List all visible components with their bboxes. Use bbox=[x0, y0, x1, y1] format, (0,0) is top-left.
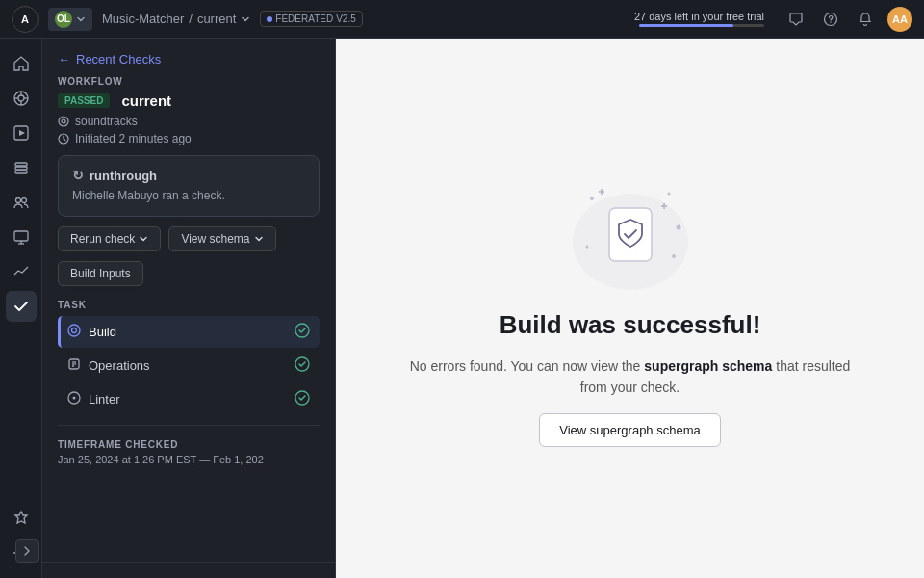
badge-dot bbox=[267, 16, 272, 22]
main-content-area: Build was successful! No errors found. Y… bbox=[336, 39, 924, 578]
svg-point-31 bbox=[73, 397, 76, 400]
subgraph-icon bbox=[58, 116, 69, 127]
chat-icon[interactable] bbox=[783, 7, 808, 32]
svg-point-19 bbox=[59, 117, 68, 126]
time-initiated: Initiated 2 minutes ago bbox=[75, 132, 192, 145]
chevron-down-icon-rerun bbox=[139, 234, 148, 244]
operations-task-icon bbox=[67, 357, 81, 374]
workflow-subgraph: soundtracks bbox=[58, 115, 320, 128]
svg-point-34 bbox=[590, 197, 594, 200]
trial-progress-fill bbox=[639, 24, 733, 27]
app-logo: A bbox=[12, 6, 38, 33]
svg-point-36 bbox=[676, 224, 680, 229]
help-icon[interactable] bbox=[818, 7, 843, 32]
task-item-build[interactable]: Build bbox=[58, 316, 320, 348]
success-illustration bbox=[553, 170, 707, 295]
linter-task-icon bbox=[67, 391, 81, 407]
sidebar-item-home[interactable] bbox=[6, 48, 37, 79]
svg-rect-43 bbox=[609, 208, 652, 261]
success-desc-link: supergraph schema bbox=[644, 358, 772, 374]
sidebar-icons bbox=[0, 39, 42, 578]
left-panel-header: ← Recent Checks bbox=[42, 39, 335, 76]
task-list: Build Operations bbox=[58, 316, 320, 415]
user-avatar[interactable]: AA bbox=[887, 7, 912, 32]
svg-rect-10 bbox=[15, 163, 27, 166]
breadcrumb-sep: / bbox=[189, 12, 192, 26]
sidebar-item-analytics[interactable] bbox=[6, 256, 37, 287]
topbar: A OL Music-Matcher / current FEDERATED V… bbox=[0, 0, 924, 39]
svg-marker-9 bbox=[19, 130, 25, 136]
main-layout: ← Recent Checks WORKFLOW PASSED current … bbox=[0, 39, 924, 578]
subgraph-name: soundtracks bbox=[75, 115, 138, 128]
task-label-linter: Linter bbox=[89, 392, 287, 407]
check-card-header: ↻ runthrough bbox=[72, 168, 305, 183]
sidebar-item-play[interactable] bbox=[6, 118, 37, 148]
svg-point-38 bbox=[672, 254, 676, 258]
svg-point-23 bbox=[72, 328, 77, 333]
chevron-down-icon-breadcrumb bbox=[241, 14, 250, 24]
svg-point-1 bbox=[830, 21, 831, 22]
view-supergraph-schema-button[interactable]: View supergraph schema bbox=[539, 413, 720, 447]
trial-info: 27 days left in your free trial bbox=[634, 11, 764, 27]
left-panel-content: WORKFLOW PASSED current soundtracks Init… bbox=[42, 76, 335, 562]
federation-badge: FEDERATED V2.5 bbox=[260, 11, 362, 27]
svg-point-13 bbox=[15, 198, 20, 203]
sidebar-item-launch[interactable] bbox=[6, 503, 37, 534]
task-item-linter[interactable]: Linter bbox=[58, 383, 320, 415]
status-badge: PASSED bbox=[58, 93, 110, 108]
svg-point-35 bbox=[667, 192, 670, 195]
success-desc-start: No errors found. You can now view the bbox=[410, 358, 645, 374]
trial-progress-bar bbox=[639, 24, 764, 27]
chevron-down-icon-schema bbox=[254, 234, 264, 244]
view-schema-dropdown-button[interactable]: View schema bbox=[168, 226, 275, 251]
build-task-icon bbox=[67, 324, 81, 340]
trial-text: 27 days left in your free trial bbox=[634, 11, 764, 22]
task-check-operations bbox=[295, 356, 310, 375]
task-section-label: TASK bbox=[58, 300, 320, 310]
back-arrow-icon: ← bbox=[58, 52, 70, 66]
breadcrumb-app: Music-Matcher bbox=[102, 12, 184, 26]
sidebar-item-team[interactable] bbox=[6, 187, 37, 218]
task-label-operations: Operations bbox=[89, 358, 287, 373]
sidebar-item-registry[interactable] bbox=[6, 152, 37, 183]
check-card-body: Michelle Mabuyo ran a check. bbox=[72, 187, 305, 204]
left-panel: ← Recent Checks WORKFLOW PASSED current … bbox=[42, 39, 336, 578]
build-inputs-button[interactable]: Build Inputs bbox=[58, 261, 143, 286]
workflow-section-label: WORKFLOW bbox=[58, 76, 320, 87]
success-description: No errors found. You can now view the su… bbox=[399, 355, 861, 399]
org-avatar: OL bbox=[55, 11, 72, 28]
timeframe-value: Jan 25, 2024 at 1:26 PM EST — Feb 1, 202 bbox=[58, 454, 320, 465]
timeframe-label: TIMEFRAME CHECKED bbox=[58, 439, 320, 450]
svg-rect-12 bbox=[15, 171, 27, 173]
svg-rect-11 bbox=[15, 167, 27, 170]
topbar-icons: AA bbox=[783, 7, 912, 32]
sidebar-item-checks[interactable] bbox=[6, 291, 37, 322]
svg-point-14 bbox=[21, 198, 26, 203]
runthrough-icon: ↻ bbox=[72, 168, 84, 183]
sidebar-item-monitor[interactable] bbox=[6, 222, 37, 252]
workflow-title: current bbox=[121, 92, 171, 109]
svg-point-20 bbox=[62, 119, 65, 123]
success-title: Build was successful! bbox=[500, 310, 761, 340]
breadcrumb-env[interactable]: current bbox=[197, 12, 236, 26]
task-check-linter bbox=[295, 390, 310, 408]
rerun-check-button[interactable]: Rerun check bbox=[58, 226, 161, 251]
org-selector[interactable]: OL bbox=[48, 8, 92, 31]
svg-point-22 bbox=[68, 325, 80, 336]
action-buttons: Rerun check View schema bbox=[58, 226, 320, 251]
collapse-panel-area bbox=[42, 562, 335, 578]
svg-point-37 bbox=[585, 245, 588, 248]
runthrough-label: runthrough bbox=[90, 169, 157, 183]
breadcrumb: Music-Matcher / current bbox=[102, 12, 250, 26]
task-label-build: Build bbox=[89, 325, 287, 339]
check-card: ↻ runthrough Michelle Mabuyo ran a check… bbox=[58, 155, 320, 217]
sidebar-item-graph[interactable] bbox=[6, 83, 37, 114]
timeframe-section: TIMEFRAME CHECKED Jan 25, 2024 at 1:26 P… bbox=[58, 425, 320, 475]
task-check-build bbox=[295, 323, 310, 341]
back-link[interactable]: Recent Checks bbox=[76, 52, 161, 66]
notifications-icon[interactable] bbox=[853, 7, 878, 32]
badge-federated: FEDERATED bbox=[275, 13, 333, 24]
success-container: Build was successful! No errors found. Y… bbox=[361, 131, 900, 486]
task-item-operations[interactable]: Operations bbox=[58, 350, 320, 381]
svg-rect-15 bbox=[14, 231, 28, 241]
